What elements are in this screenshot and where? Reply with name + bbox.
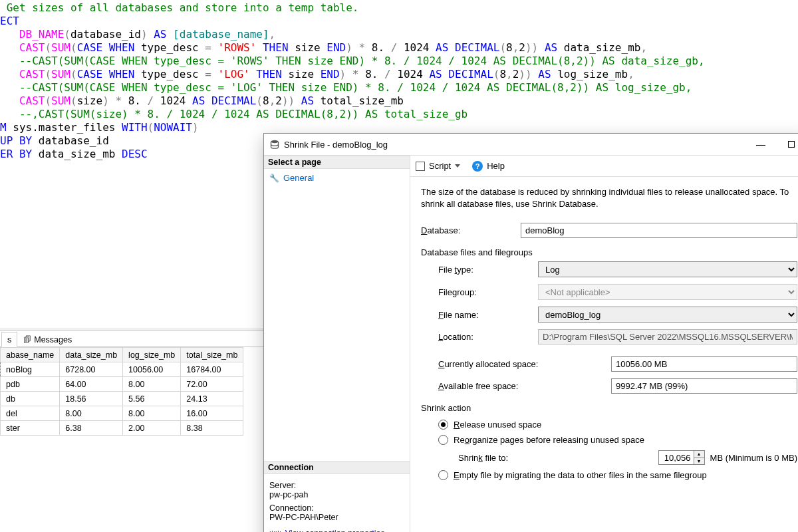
table-cell[interactable]: 8.00 — [60, 406, 123, 421]
radio-empty[interactable] — [438, 470, 448, 480]
shrink-file-dialog: Shrink File - demoBlog_log — Select a pa… — [263, 133, 798, 532]
table-cell[interactable]: 10056.00 — [123, 362, 181, 377]
server-value: pw-pc-pah — [269, 490, 404, 499]
table-cell[interactable]: 8.00 — [123, 377, 181, 392]
radio-reorganize-row[interactable]: Reorganize pages before releasing unused… — [421, 432, 797, 448]
page-general[interactable]: 🔧 General — [268, 172, 406, 184]
shrink-to-suffix: MB (Minimum is 0 MB) — [710, 453, 797, 463]
column-header[interactable]: abase_name — [1, 348, 60, 362]
table-cell[interactable]: 5.56 — [123, 392, 181, 406]
table-cell[interactable]: 8.00 — [123, 406, 181, 421]
select-page-header: Select a page — [264, 156, 410, 169]
dialog-description: The size of the database is reduced by s… — [421, 186, 797, 209]
view-connection-link[interactable]: ψψ View connection properties — [269, 529, 404, 532]
table-cell[interactable]: pdb — [1, 377, 60, 392]
column-header[interactable]: total_size_mb — [181, 348, 243, 362]
connection-value: PW-PC-PAH\Peter — [269, 513, 404, 522]
radio-release[interactable] — [438, 420, 448, 430]
table-cell[interactable]: 72.00 — [181, 377, 243, 392]
table-row[interactable]: ster6.382.008.38 — [1, 421, 243, 436]
table-cell[interactable]: 16784.00 — [181, 362, 243, 377]
tab-messages-label: Messages — [34, 335, 72, 344]
dialog-titlebar[interactable]: Shrink File - demoBlog_log — — [264, 134, 798, 155]
wrench-icon: 🔧 — [269, 174, 279, 183]
help-icon: ? — [472, 161, 483, 172]
shrink-to-input[interactable] — [659, 451, 694, 464]
database-field — [521, 223, 797, 238]
dialog-right-pane: Script ? Help The size of the database i… — [410, 156, 798, 532]
spinner-down-icon[interactable]: ▼ — [694, 458, 704, 465]
location-field — [538, 329, 797, 344]
connection-header: Connection — [264, 461, 410, 474]
connection-label: Connection: — [269, 503, 404, 513]
server-label: Server: — [269, 481, 404, 490]
dialog-title: Shrink File - demoBlog_log — [284, 140, 388, 150]
help-button[interactable]: Help — [487, 161, 505, 171]
table-cell[interactable]: 64.00 — [60, 377, 123, 392]
table-row[interactable]: del8.008.0016.00 — [1, 406, 243, 421]
table-cell[interactable]: 8.38 — [181, 421, 243, 436]
table-cell[interactable]: 6728.00 — [60, 362, 123, 377]
file-type-select[interactable]: Log — [538, 261, 797, 277]
column-header[interactable]: log_size_mb — [123, 348, 181, 362]
network-icon: ψψ — [269, 529, 281, 532]
table-cell[interactable]: 6.38 — [60, 421, 123, 436]
table-row[interactable]: pdb64.008.0072.00 — [1, 377, 243, 392]
shrink-to-spinner[interactable]: ▲ ▼ — [658, 450, 705, 465]
table-cell[interactable]: 16.00 — [181, 406, 243, 421]
radio-release-row[interactable]: Release unused space — [421, 417, 797, 432]
filename-select[interactable]: demoBlog_log — [538, 307, 797, 323]
tab-results[interactable]: s — [1, 332, 17, 347]
table-row[interactable]: noBlog6728.0010056.0016784.00 — [1, 362, 243, 377]
table-row[interactable]: db18.565.5624.13 — [1, 392, 243, 406]
tab-results-label: s — [7, 335, 11, 344]
view-connection-label: View connection properties — [285, 529, 385, 532]
available-space-field — [611, 378, 797, 394]
database-icon — [269, 139, 280, 150]
dialog-left-pane: Select a page 🔧 General Connection Serve… — [264, 156, 410, 532]
table-cell[interactable]: 2.00 — [123, 421, 181, 436]
script-button[interactable]: Script — [429, 161, 451, 171]
table-cell[interactable]: ster — [1, 421, 60, 436]
minimize-button[interactable]: — — [745, 134, 776, 155]
page-general-label: General — [283, 173, 314, 183]
filegroup-select: <Not applicable> — [538, 284, 797, 300]
table-cell[interactable]: 18.56 — [60, 392, 123, 406]
dialog-toolbar: Script ? Help — [410, 156, 798, 177]
radio-reorganize[interactable] — [438, 435, 448, 445]
radio-empty-row[interactable]: Empty file by migrating the data to othe… — [421, 467, 797, 483]
messages-icon: 🗐 — [23, 335, 31, 344]
table-cell[interactable]: 24.13 — [181, 392, 243, 406]
table-cell[interactable]: del — [1, 406, 60, 421]
svg-point-0 — [271, 140, 279, 143]
script-dropdown-icon[interactable] — [455, 164, 460, 168]
tab-messages[interactable]: 🗐 Messages — [17, 332, 78, 347]
table-cell[interactable]: db — [1, 392, 60, 406]
table-cell[interactable]: noBlog — [1, 362, 60, 377]
spinner-up-icon[interactable]: ▲ — [694, 451, 704, 458]
column-header[interactable]: data_size_mb — [60, 348, 123, 362]
script-icon — [416, 162, 425, 171]
maximize-button[interactable] — [776, 134, 798, 155]
shrink-action-header: Shrink action — [421, 403, 797, 413]
database-label: atabase: — [427, 225, 460, 235]
files-section-header: Database files and filegroups — [421, 247, 797, 257]
allocated-space-field — [611, 356, 797, 372]
results-grid[interactable]: abase_namedata_size_mblog_size_mbtotal_s… — [0, 347, 243, 436]
